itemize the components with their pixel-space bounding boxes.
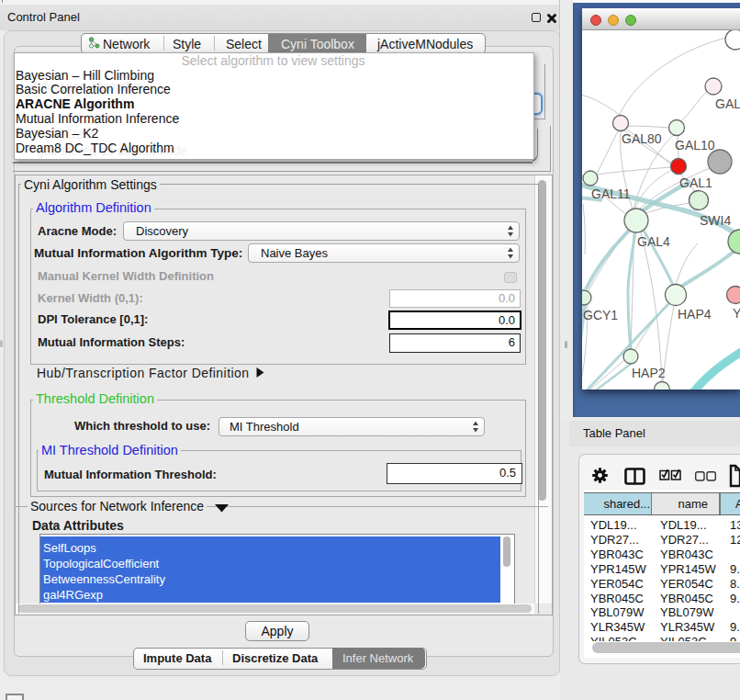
svg-text:GAL10: GAL10: [675, 138, 715, 152]
svg-text:GAL11: GAL11: [591, 186, 631, 201]
svg-text:GAL80: GAL80: [622, 131, 662, 146]
svg-text:GCY1: GCY1: [583, 308, 618, 322]
svg-text:GAL4: GAL4: [637, 234, 670, 249]
svg-text:SWI4: SWI4: [700, 213, 731, 228]
svg-text:GAL1: GAL1: [679, 175, 712, 190]
svg-text:GAL7: GAL7: [715, 96, 740, 111]
svg-text:Y: Y: [733, 306, 740, 321]
svg-text:HAP2: HAP2: [632, 366, 666, 380]
svg-text:HAP4: HAP4: [678, 307, 712, 322]
